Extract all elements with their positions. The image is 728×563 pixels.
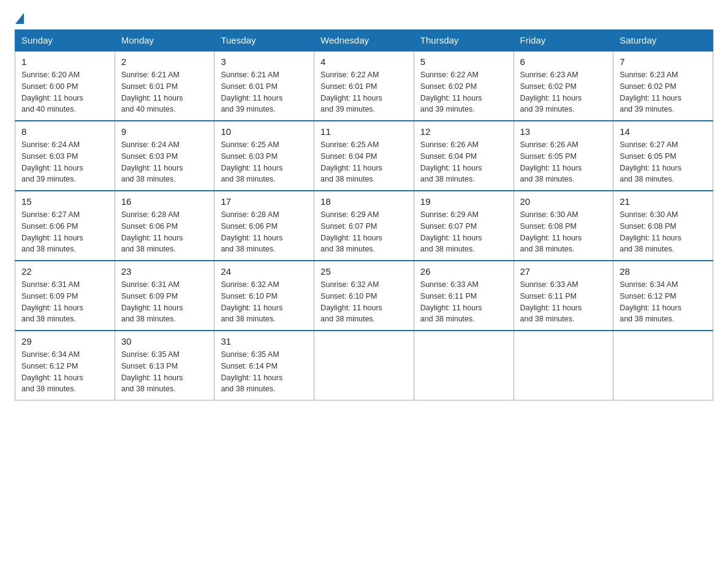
- calendar-cell: 3Sunrise: 6:21 AMSunset: 6:01 PMDaylight…: [214, 51, 314, 121]
- calendar-cell: 14Sunrise: 6:27 AMSunset: 6:05 PMDayligh…: [613, 121, 713, 191]
- calendar-cell: 5Sunrise: 6:22 AMSunset: 6:02 PMDaylight…: [414, 51, 514, 121]
- calendar-cell: 6Sunrise: 6:23 AMSunset: 6:02 PMDaylight…: [514, 51, 613, 121]
- logo: [15, 15, 24, 23]
- day-info: Sunrise: 6:28 AMSunset: 6:06 PMDaylight:…: [221, 209, 308, 255]
- calendar-cell: 21Sunrise: 6:30 AMSunset: 6:08 PMDayligh…: [613, 191, 713, 261]
- day-number: 11: [320, 126, 408, 137]
- calendar-cell: 11Sunrise: 6:25 AMSunset: 6:04 PMDayligh…: [314, 121, 414, 191]
- day-number: 10: [221, 126, 308, 137]
- col-header-monday: Monday: [115, 30, 214, 52]
- calendar-week-row: 8Sunrise: 6:24 AMSunset: 6:03 PMDaylight…: [15, 121, 713, 191]
- col-header-friday: Friday: [514, 30, 613, 52]
- day-number: 12: [420, 126, 507, 137]
- day-info: Sunrise: 6:33 AMSunset: 6:11 PMDaylight:…: [520, 279, 607, 325]
- col-header-tuesday: Tuesday: [214, 30, 314, 52]
- calendar-cell: 27Sunrise: 6:33 AMSunset: 6:11 PMDayligh…: [514, 261, 613, 331]
- page-header: [15, 15, 713, 23]
- day-info: Sunrise: 6:22 AMSunset: 6:02 PMDaylight:…: [420, 69, 507, 115]
- day-info: Sunrise: 6:27 AMSunset: 6:06 PMDaylight:…: [21, 209, 108, 255]
- calendar-week-row: 29Sunrise: 6:34 AMSunset: 6:12 PMDayligh…: [15, 331, 713, 400]
- day-number: 16: [121, 196, 208, 207]
- day-info: Sunrise: 6:33 AMSunset: 6:11 PMDaylight:…: [420, 279, 507, 325]
- calendar-header-row: SundayMondayTuesdayWednesdayThursdayFrid…: [15, 30, 713, 52]
- day-info: Sunrise: 6:25 AMSunset: 6:03 PMDaylight:…: [221, 139, 308, 185]
- day-info: Sunrise: 6:26 AMSunset: 6:05 PMDaylight:…: [520, 139, 607, 185]
- day-info: Sunrise: 6:29 AMSunset: 6:07 PMDaylight:…: [420, 209, 507, 255]
- day-number: 20: [520, 196, 607, 207]
- calendar-cell: 10Sunrise: 6:25 AMSunset: 6:03 PMDayligh…: [214, 121, 314, 191]
- calendar-cell: 8Sunrise: 6:24 AMSunset: 6:03 PMDaylight…: [15, 121, 115, 191]
- day-number: 3: [221, 56, 308, 67]
- calendar-cell: 23Sunrise: 6:31 AMSunset: 6:09 PMDayligh…: [115, 261, 214, 331]
- day-number: 13: [520, 126, 607, 137]
- day-number: 8: [21, 126, 108, 137]
- day-number: 29: [21, 336, 108, 347]
- day-number: 26: [420, 266, 507, 277]
- day-info: Sunrise: 6:21 AMSunset: 6:01 PMDaylight:…: [221, 69, 308, 115]
- day-number: 14: [620, 126, 707, 137]
- calendar-cell: 18Sunrise: 6:29 AMSunset: 6:07 PMDayligh…: [314, 191, 414, 261]
- col-header-sunday: Sunday: [15, 30, 115, 52]
- calendar-cell: 15Sunrise: 6:27 AMSunset: 6:06 PMDayligh…: [15, 191, 115, 261]
- calendar-cell: 22Sunrise: 6:31 AMSunset: 6:09 PMDayligh…: [15, 261, 115, 331]
- calendar-cell: 30Sunrise: 6:35 AMSunset: 6:13 PMDayligh…: [115, 331, 214, 400]
- day-number: 6: [520, 56, 607, 67]
- day-number: 21: [620, 196, 707, 207]
- day-info: Sunrise: 6:34 AMSunset: 6:12 PMDaylight:…: [620, 279, 707, 325]
- day-info: Sunrise: 6:29 AMSunset: 6:07 PMDaylight:…: [320, 209, 408, 255]
- calendar-cell: 31Sunrise: 6:35 AMSunset: 6:14 PMDayligh…: [214, 331, 314, 400]
- calendar-cell: [613, 331, 713, 400]
- day-number: 31: [221, 336, 308, 347]
- day-info: Sunrise: 6:34 AMSunset: 6:12 PMDaylight:…: [21, 349, 108, 395]
- day-info: Sunrise: 6:25 AMSunset: 6:04 PMDaylight:…: [320, 139, 408, 185]
- calendar-cell: 20Sunrise: 6:30 AMSunset: 6:08 PMDayligh…: [514, 191, 613, 261]
- day-number: 15: [21, 196, 108, 207]
- day-info: Sunrise: 6:22 AMSunset: 6:01 PMDaylight:…: [320, 69, 408, 115]
- calendar-table: SundayMondayTuesdayWednesdayThursdayFrid…: [15, 29, 713, 400]
- calendar-week-row: 1Sunrise: 6:20 AMSunset: 6:00 PMDaylight…: [15, 51, 713, 121]
- calendar-cell: 17Sunrise: 6:28 AMSunset: 6:06 PMDayligh…: [214, 191, 314, 261]
- logo-arrow-icon: [15, 13, 24, 24]
- day-info: Sunrise: 6:24 AMSunset: 6:03 PMDaylight:…: [21, 139, 108, 185]
- calendar-cell: [514, 331, 613, 400]
- day-info: Sunrise: 6:30 AMSunset: 6:08 PMDaylight:…: [520, 209, 607, 255]
- day-info: Sunrise: 6:24 AMSunset: 6:03 PMDaylight:…: [121, 139, 208, 185]
- day-info: Sunrise: 6:28 AMSunset: 6:06 PMDaylight:…: [121, 209, 208, 255]
- day-number: 28: [620, 266, 707, 277]
- calendar-cell: 28Sunrise: 6:34 AMSunset: 6:12 PMDayligh…: [613, 261, 713, 331]
- day-number: 5: [420, 56, 507, 67]
- day-number: 27: [520, 266, 607, 277]
- day-info: Sunrise: 6:27 AMSunset: 6:05 PMDaylight:…: [620, 139, 707, 185]
- day-number: 18: [320, 196, 408, 207]
- day-number: 1: [21, 56, 108, 67]
- calendar-cell: 7Sunrise: 6:23 AMSunset: 6:02 PMDaylight…: [613, 51, 713, 121]
- calendar-cell: 24Sunrise: 6:32 AMSunset: 6:10 PMDayligh…: [214, 261, 314, 331]
- calendar-cell: 16Sunrise: 6:28 AMSunset: 6:06 PMDayligh…: [115, 191, 214, 261]
- day-number: 23: [121, 266, 208, 277]
- calendar-cell: 25Sunrise: 6:32 AMSunset: 6:10 PMDayligh…: [314, 261, 414, 331]
- day-number: 7: [620, 56, 707, 67]
- calendar-cell: [414, 331, 514, 400]
- calendar-cell: 19Sunrise: 6:29 AMSunset: 6:07 PMDayligh…: [414, 191, 514, 261]
- day-info: Sunrise: 6:31 AMSunset: 6:09 PMDaylight:…: [21, 279, 108, 325]
- day-info: Sunrise: 6:23 AMSunset: 6:02 PMDaylight:…: [620, 69, 707, 115]
- calendar-cell: 4Sunrise: 6:22 AMSunset: 6:01 PMDaylight…: [314, 51, 414, 121]
- calendar-week-row: 22Sunrise: 6:31 AMSunset: 6:09 PMDayligh…: [15, 261, 713, 331]
- day-number: 24: [221, 266, 308, 277]
- day-info: Sunrise: 6:21 AMSunset: 6:01 PMDaylight:…: [121, 69, 208, 115]
- day-info: Sunrise: 6:26 AMSunset: 6:04 PMDaylight:…: [420, 139, 507, 185]
- day-number: 17: [221, 196, 308, 207]
- day-number: 2: [121, 56, 208, 67]
- day-number: 30: [121, 336, 208, 347]
- calendar-cell: 12Sunrise: 6:26 AMSunset: 6:04 PMDayligh…: [414, 121, 514, 191]
- col-header-thursday: Thursday: [414, 30, 514, 52]
- day-info: Sunrise: 6:31 AMSunset: 6:09 PMDaylight:…: [121, 279, 208, 325]
- calendar-cell: 2Sunrise: 6:21 AMSunset: 6:01 PMDaylight…: [115, 51, 214, 121]
- day-number: 22: [21, 266, 108, 277]
- day-number: 4: [320, 56, 408, 67]
- day-info: Sunrise: 6:30 AMSunset: 6:08 PMDaylight:…: [620, 209, 707, 255]
- calendar-week-row: 15Sunrise: 6:27 AMSunset: 6:06 PMDayligh…: [15, 191, 713, 261]
- calendar-cell: [314, 331, 414, 400]
- day-info: Sunrise: 6:32 AMSunset: 6:10 PMDaylight:…: [221, 279, 308, 325]
- calendar-cell: 1Sunrise: 6:20 AMSunset: 6:00 PMDaylight…: [15, 51, 115, 121]
